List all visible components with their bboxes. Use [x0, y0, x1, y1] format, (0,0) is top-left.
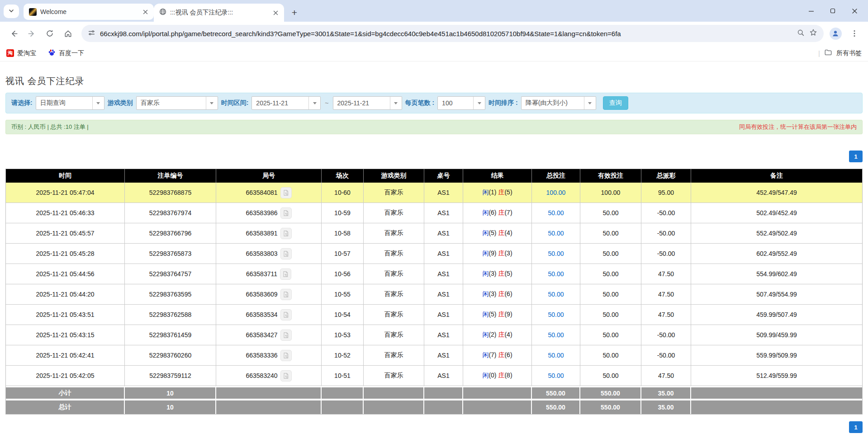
cell-table-no: AS1 [424, 264, 463, 284]
url-text[interactable]: 66cxkj98.com/ipl/portal.php/game/betreco… [100, 30, 792, 38]
col-bet-id: 注单编号 [125, 169, 216, 183]
date-from-picker[interactable]: 2025-11-21 [251, 96, 321, 110]
page-number-button[interactable]: 1 [849, 421, 863, 433]
total-bet-link[interactable]: 50.00 [548, 230, 564, 237]
game-type-select[interactable]: 百家乐 [136, 96, 218, 110]
subtotal-total-bet: 550.00 [532, 386, 580, 400]
video-replay-icon[interactable] [280, 289, 292, 300]
menu-kebab-icon[interactable] [847, 26, 862, 41]
home-icon[interactable] [60, 25, 76, 42]
cell-table-no: AS1 [424, 366, 463, 386]
player-points: (2) [489, 331, 496, 338]
query-button[interactable]: 查询 [603, 96, 628, 110]
cell-game-type: 百家乐 [364, 345, 424, 366]
divider: | [818, 49, 820, 57]
cell-time: 2025-11-21 05:44:20 [6, 284, 125, 305]
total-bet-link[interactable]: 50.00 [548, 372, 564, 379]
forward-icon[interactable] [24, 25, 40, 42]
video-replay-icon[interactable] [280, 330, 292, 341]
subtotal-payout: 35.00 [641, 386, 691, 400]
total-bet-link[interactable]: 50.00 [548, 270, 564, 278]
video-replay-icon[interactable] [280, 207, 292, 219]
bookmark-taobao[interactable]: 淘 爱淘宝 [6, 49, 36, 57]
zoom-icon[interactable] [797, 29, 805, 38]
col-total-bet: 总投注 [532, 169, 580, 183]
player-label: 闲 [482, 188, 489, 196]
cell-session: 10-53 [322, 325, 364, 345]
date-value: 2025-11-21 [252, 99, 308, 107]
total-bet-link[interactable]: 50.00 [548, 291, 564, 298]
cell-remark: 502.49/452.49 [691, 203, 862, 223]
profile-avatar[interactable] [828, 26, 843, 41]
total-bet-link[interactable]: 50.00 [548, 352, 564, 359]
cell-session: 10-56 [322, 264, 364, 284]
tab-welcome[interactable]: Welcome [24, 4, 154, 20]
close-tab-icon[interactable] [141, 8, 149, 16]
video-replay-icon[interactable] [280, 228, 292, 239]
cell-bet-id: 522983761459 [125, 325, 216, 345]
tab-betrecord[interactable]: :::视讯 会员下注纪录::: [154, 4, 284, 22]
video-replay-icon[interactable] [280, 248, 292, 259]
total-bet-link[interactable]: 50.00 [548, 209, 564, 217]
grand-total-label: 总计 [6, 400, 125, 414]
banker-points: (8) [504, 372, 512, 379]
cell-bet-id: 522983759112 [125, 366, 216, 386]
cell-valid-bet: 50.00 [580, 345, 641, 366]
cell-time: 2025-11-21 05:47:04 [6, 183, 125, 203]
banker-label: 庄 [498, 372, 504, 379]
round-number: 663583711 [246, 270, 277, 278]
cell-bet-id: 522983767974 [125, 203, 216, 223]
total-bet-link[interactable]: 50.00 [548, 311, 564, 318]
subtotal-count: 10 [125, 386, 216, 400]
page-number-button[interactable]: 1 [849, 151, 863, 162]
player-points: (0) [489, 372, 496, 379]
bookmark-baidu[interactable]: 百度一下 [48, 49, 84, 58]
cell-game-type: 百家乐 [364, 284, 424, 305]
cell-payout: -50.00 [641, 203, 691, 223]
video-replay-icon[interactable] [280, 309, 292, 320]
col-game-type: 游戏类别 [364, 169, 424, 183]
site-settings-icon[interactable] [88, 29, 95, 38]
cell-result: 闲(3) 庄(6) [463, 284, 532, 305]
total-bet-link[interactable]: 50.00 [548, 250, 564, 257]
cell-time: 2025-11-21 05:46:33 [6, 203, 125, 223]
reload-icon[interactable] [42, 25, 58, 42]
total-bet-link[interactable]: 50.00 [548, 331, 564, 339]
video-replay-icon[interactable] [280, 187, 292, 198]
time-range-label: 时间区间: [221, 99, 249, 107]
cell-result: 闲(5) 庄(4) [463, 223, 532, 244]
date-value: 2025-11-21 [333, 99, 390, 107]
query-type-select[interactable]: 日期查询 [36, 96, 104, 110]
date-to-picker[interactable]: 2025-11-21 [333, 96, 402, 110]
per-page-select[interactable]: 100 [437, 96, 485, 110]
close-window-icon[interactable] [845, 3, 863, 19]
bookmark-star-icon[interactable] [809, 28, 817, 38]
all-bookmarks[interactable]: | 所有书签 [818, 48, 862, 58]
new-tab-button[interactable]: + [288, 5, 301, 19]
sort-order-select[interactable]: 降幂(由大到小) [521, 96, 596, 110]
cell-total-bet: 50.00 [532, 244, 580, 264]
tab-search-button[interactable] [4, 5, 19, 18]
grand-total-count: 10 [125, 400, 216, 414]
banker-label: 庄 [498, 250, 504, 257]
chevron-down-icon [9, 8, 14, 15]
video-replay-icon[interactable] [280, 350, 292, 361]
col-table-no: 桌号 [424, 169, 463, 183]
cell-payout: 47.50 [641, 264, 691, 284]
total-bet-link[interactable]: 100.00 [546, 189, 566, 196]
video-replay-icon[interactable] [280, 370, 292, 381]
url-bar[interactable]: 66cxkj98.com/ipl/portal.php/game/betreco… [81, 25, 824, 42]
player-points: (9) [489, 250, 496, 257]
minimize-icon[interactable] [802, 3, 820, 19]
video-replay-icon[interactable] [280, 268, 291, 280]
cell-round: 663583803 [216, 244, 322, 264]
back-icon[interactable] [5, 25, 22, 42]
cell-round: 663584081 [216, 183, 322, 203]
maximize-icon[interactable] [824, 3, 842, 19]
cell-game-type: 百家乐 [364, 244, 424, 264]
cell-time: 2025-11-21 05:43:15 [6, 325, 125, 345]
cell-result: 闲(1) 庄(5) [463, 183, 532, 203]
table-row: 2025-11-21 05:44:56 522983764757 6635837… [6, 264, 862, 284]
close-tab-icon[interactable] [271, 9, 280, 17]
cell-valid-bet: 50.00 [580, 244, 641, 264]
